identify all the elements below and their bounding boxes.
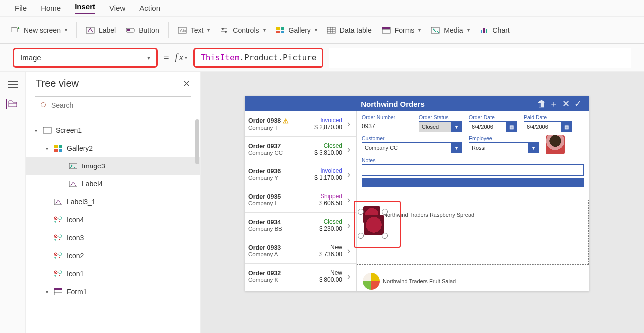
order-amount: $ 230.00 — [310, 225, 342, 232]
order-row[interactable]: Order 0933Company ANew$ 736.00› — [245, 238, 356, 264]
employee-dropdown[interactable]: Rossi▾ — [469, 142, 539, 153]
chevron-right-icon[interactable]: › — [344, 220, 353, 231]
product-thumbnail — [363, 273, 380, 290]
insert-label-button[interactable]: Label — [86, 26, 116, 34]
selected-image[interactable] — [364, 215, 384, 235]
insert-chart-button[interactable]: Chart — [480, 26, 510, 34]
menu-home[interactable]: Home — [41, 4, 61, 12]
collapse-icon[interactable]: ▾ — [33, 128, 39, 133]
paid-date-picker[interactable]: 6/4/2006▦ — [524, 121, 572, 132]
insert-datatable-label: Data table — [340, 26, 372, 34]
menu-action[interactable]: Action — [139, 4, 160, 12]
chevron-down-icon: ▾ — [418, 27, 421, 33]
formula-input[interactable]: ThisItem.Product.Picture — [193, 48, 323, 68]
order-amount: $ 1,170.00 — [310, 174, 342, 181]
order-list[interactable]: Order 0938⚠Company TInvoiced$ 2,870.00›O… — [245, 111, 357, 291]
insert-button-button[interactable]: Button — [126, 26, 159, 34]
svg-rect-8 — [276, 27, 280, 30]
svg-rect-24 — [54, 149, 58, 152]
check-icon[interactable]: ✓ — [572, 98, 584, 109]
collapse-icon[interactable]: ▾ — [44, 146, 50, 151]
order-row[interactable]: Order 0938⚠Company TInvoiced$ 2,870.00› — [245, 111, 356, 137]
svg-rect-14 — [382, 27, 390, 29]
resize-handle[interactable] — [358, 209, 364, 215]
svg-rect-10 — [276, 31, 280, 33]
fx-button[interactable]: fx▾ — [175, 52, 188, 63]
insert-media-button[interactable]: Media ▾ — [431, 26, 469, 34]
new-screen-button[interactable]: New screen ▾ — [11, 26, 67, 34]
chevron-right-icon[interactable]: › — [344, 195, 353, 205]
menu-view[interactable]: View — [109, 4, 125, 12]
tree-node-icon3[interactable]: Icon3 — [26, 229, 200, 247]
tree-view-title: Tree view — [36, 78, 183, 89]
tree-search[interactable] — [35, 96, 191, 114]
tree-node-icon1[interactable]: Icon1 — [26, 265, 200, 283]
chevron-down-icon: ▾ — [263, 27, 266, 33]
tree-label: Gallery2 — [67, 144, 93, 152]
label-icon — [86, 27, 95, 34]
chevron-right-icon[interactable]: › — [344, 271, 353, 282]
order-amount: $ 800.00 — [310, 276, 342, 283]
chevron-right-icon[interactable]: › — [344, 119, 353, 129]
tree-label: Image3 — [82, 162, 105, 170]
app-preview[interactable]: Northwind Orders 🗑 ＋ ✕ ✓ Order 0938⚠Comp… — [245, 96, 589, 291]
resize-handle[interactable] — [358, 233, 364, 239]
formula-overflow[interactable] — [329, 48, 631, 68]
tree-view-icon[interactable] — [6, 99, 18, 109]
resize-handle[interactable] — [382, 233, 388, 239]
order-row[interactable]: Order 0937Company CCClosed$ 3,810.00› — [245, 137, 356, 162]
paid-date-label: Paid Date — [524, 114, 572, 120]
tree-node-label4[interactable]: Label4 — [26, 175, 200, 193]
text-icon: Abc — [178, 27, 187, 34]
scrollbar[interactable] — [195, 119, 199, 164]
app-titlebar: Northwind Orders 🗑 ＋ ✕ ✓ — [245, 96, 589, 111]
insert-text-button[interactable]: Abc Text ▾ — [178, 26, 210, 34]
order-row[interactable]: Order 0934Company BBClosed$ 230.00› — [245, 213, 356, 238]
order-status: Closed — [310, 142, 342, 149]
tree-node-form1[interactable]: ▾ Form1 — [26, 283, 200, 301]
detail-divider-bar — [362, 178, 584, 187]
menu-file[interactable]: File — [15, 4, 27, 12]
icon-group-icon — [54, 270, 63, 278]
tree-label: Label4 — [82, 180, 103, 188]
tree-node-image3[interactable]: Image3 — [26, 157, 200, 175]
order-row[interactable]: Order 0932Company KNew$ 800.00› — [245, 264, 356, 289]
screen-icon — [43, 126, 52, 134]
plus-icon[interactable]: ＋ — [548, 98, 560, 110]
tree-node-gallery2[interactable]: ▾ Gallery2 — [26, 139, 200, 157]
order-date-picker[interactable]: 6/4/2006▦ — [469, 121, 517, 132]
insert-controls-button[interactable]: Controls ▾ — [220, 26, 265, 34]
tree-node-screen1[interactable]: ▾ Screen1 — [26, 121, 200, 139]
order-status: New — [310, 244, 342, 251]
close-icon[interactable]: ✕ — [183, 78, 190, 89]
cancel-icon[interactable]: ✕ — [560, 98, 572, 109]
order-row[interactable]: Order 0935Company IShipped$ 606.50› — [245, 187, 356, 213]
insert-datatable-button[interactable]: Data table — [327, 26, 372, 34]
chevron-right-icon[interactable]: › — [344, 169, 353, 180]
tree-node-label3-1[interactable]: Label3_1 — [26, 193, 200, 211]
new-screen-label: New screen — [24, 26, 61, 34]
canvas[interactable]: Northwind Orders 🗑 ＋ ✕ ✓ Order 0938⚠Comp… — [201, 72, 644, 333]
tree-search-input[interactable] — [51, 101, 186, 109]
order-status-dropdown[interactable]: Closed▾ — [419, 121, 462, 132]
chevron-right-icon[interactable]: › — [344, 144, 353, 155]
insert-forms-button[interactable]: Forms ▾ — [382, 26, 421, 34]
tree-node-icon4[interactable]: Icon4 — [26, 211, 200, 229]
order-company: Company I — [248, 200, 308, 206]
table-icon — [327, 27, 336, 34]
collapse-icon[interactable]: ▾ — [44, 289, 50, 295]
trash-icon[interactable]: 🗑 — [536, 99, 548, 109]
chevron-right-icon[interactable]: › — [344, 246, 353, 256]
tree-node-icon2[interactable]: Icon2 — [26, 247, 200, 265]
hamburger-icon[interactable] — [7, 80, 19, 90]
svg-rect-11 — [281, 31, 284, 33]
property-dropdown[interactable]: Image ▾ — [13, 48, 158, 68]
order-row[interactable]: Order 0936Company YInvoiced$ 1,170.00› — [245, 162, 356, 187]
customer-dropdown[interactable]: Company CC▾ — [362, 142, 462, 153]
menu-insert[interactable]: Insert — [75, 2, 95, 14]
notes-input[interactable] — [362, 164, 584, 176]
equals-sign: = — [164, 52, 169, 63]
insert-gallery-button[interactable]: Gallery ▾ — [276, 26, 317, 34]
resize-handle[interactable] — [382, 209, 388, 215]
order-status: Invoiced — [310, 117, 342, 124]
